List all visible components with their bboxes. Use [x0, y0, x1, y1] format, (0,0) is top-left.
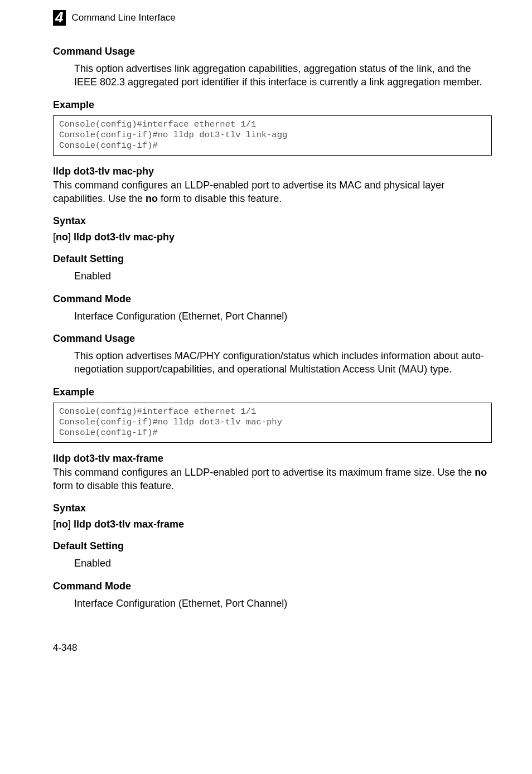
desc-post: form to disable this feature. — [158, 193, 282, 204]
command-desc-max-frame: This command configures an LLDP-enabled … — [53, 466, 492, 493]
default-setting-heading: Default Setting — [53, 253, 492, 265]
example-code-block: Console(config)#interface ethernet 1/1 C… — [53, 115, 492, 156]
example-code-block-2: Console(config)#interface ethernet 1/1 C… — [53, 403, 492, 443]
desc-bold-no-2: no — [475, 467, 487, 478]
chapter-number-badge: 4 — [53, 10, 66, 26]
header-title: Command Line Interface — [71, 12, 175, 23]
page-header: 4 Command Line Interface — [53, 10, 492, 26]
command-mode-heading-2: Command Mode — [53, 580, 492, 592]
syntax-cmd-2: lldp dot3-tlv max-frame — [71, 519, 184, 530]
syntax-no: no — [56, 231, 68, 243]
syntax-cmd: lldp dot3-tlv mac-phy — [71, 231, 175, 243]
default-setting-heading-2: Default Setting — [53, 540, 492, 552]
command-mode-value: Interface Configuration (Ethernet, Port … — [74, 309, 492, 323]
syntax-line-mac-phy: [no] lldp dot3-tlv mac-phy — [53, 231, 492, 243]
command-usage-body: This option advertises link aggregation … — [74, 62, 492, 89]
command-usage-heading-2: Command Usage — [53, 333, 492, 345]
syntax-heading-2: Syntax — [53, 502, 492, 514]
command-title-mac-phy: lldp dot3-tlv mac-phy — [53, 166, 492, 177]
default-setting-value: Enabled — [74, 269, 492, 283]
desc-post-2: form to disable this feature. — [53, 480, 174, 491]
command-mode-value-2: Interface Configuration (Ethernet, Port … — [74, 597, 492, 610]
default-setting-value-2: Enabled — [74, 557, 492, 570]
example-heading: Example — [53, 99, 492, 111]
syntax-line-max-frame: [no] lldp dot3-tlv max-frame — [53, 519, 492, 530]
syntax-heading: Syntax — [53, 215, 492, 227]
command-usage-body-2: This option advertises MAC/PHY configura… — [74, 349, 492, 376]
syntax-no-2: no — [56, 519, 68, 530]
page-number: 4-348 — [53, 642, 492, 654]
command-mode-heading: Command Mode — [53, 293, 492, 305]
command-usage-heading: Command Usage — [53, 46, 492, 57]
command-desc-mac-phy: This command configures an LLDP-enabled … — [53, 178, 492, 206]
command-title-max-frame: lldp dot3-tlv max-frame — [53, 453, 492, 465]
example-heading-2: Example — [53, 386, 492, 398]
desc-pre-2: This command configures an LLDP-enabled … — [53, 467, 475, 478]
desc-bold-no: no — [146, 193, 158, 204]
